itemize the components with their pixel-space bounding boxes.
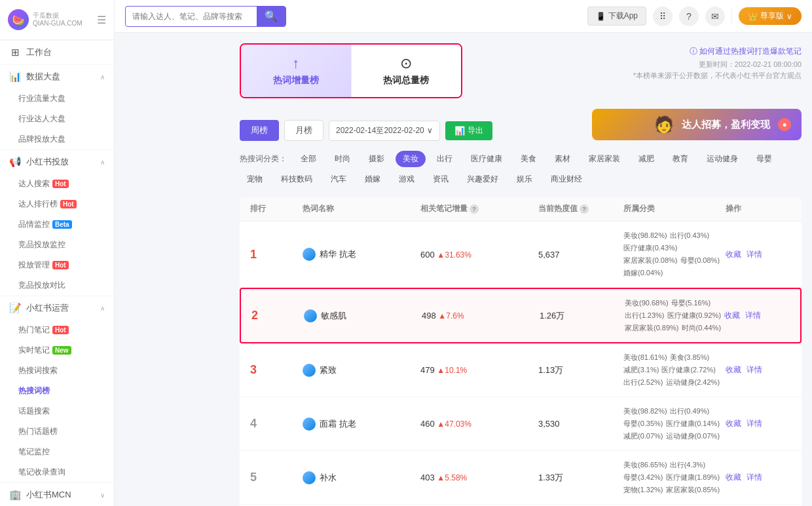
save-btn[interactable]: 收藏 [726,249,741,260]
sidebar-item-delivery[interactable]: 📢 小红书投放 ∧ [0,150,114,174]
increment-tip-icon[interactable]: ? [470,204,479,214]
sidebar-item-hot-topics[interactable]: 热门话题榜 [18,421,114,442]
detail-btn[interactable]: 详情 [747,249,762,260]
detail-btn[interactable]: 详情 [747,364,762,376]
cat-health[interactable]: 医疗健康 [464,151,509,167]
cat-diet[interactable]: 减肥 [631,151,661,167]
sidebar-item-mcn[interactable]: 🏢 小红书MCN ∨ [0,483,114,506]
sidebar-item-delivery-monitor[interactable]: 竞品投放监控 [18,235,114,255]
cat-tech[interactable]: 科技数码 [274,171,320,187]
sidebar-item-topic-search[interactable]: 话题搜索 [18,401,114,421]
sidebar-item-realtime-notes[interactable]: 实时笔记New [18,340,114,360]
keyword-cell: 面霜 抗老 [303,418,420,431]
hot-increment-card[interactable]: ↑ 热词增量榜 [241,45,351,97]
sidebar-item-hotsearch[interactable]: 热搜词搜索 [18,360,114,381]
sidebar: 🍉 千瓜数据 QIAN-GUA.COM ☰ ⊞ 工作台 📊 数据大盘 ∧ 行业流… [0,0,115,506]
inc-up-icon: ▲31.63% [437,250,471,260]
save-btn[interactable]: 收藏 [726,364,741,376]
save-btn[interactable]: 收藏 [726,418,741,429]
sidebar-workbench: ⊞ 工作台 [0,40,114,64]
sidebar-item-kol-rank[interactable]: 达人排行榜Hot [18,194,114,214]
weekly-tab[interactable]: 周榜 [240,120,279,141]
cat-finance[interactable]: 商业财经 [544,171,589,187]
sidebar-item-brand-monitor[interactable]: 品情监控Beta [18,214,114,235]
action-cell: 收藏 详情 [724,310,790,321]
sidebar-item-hot-notes[interactable]: 热门笔记Hot [18,320,114,340]
sidebar-item-note-monitor[interactable]: 笔记监控 [18,442,114,462]
info-tip[interactable]: ⓘ 如何通过热搜词打造爆款笔记 [633,46,802,57]
sidebar-item-workbench[interactable]: ⊞ 工作台 [0,41,114,64]
action-cell: 收藏 详情 [726,472,791,483]
detail-btn[interactable]: 详情 [747,472,762,483]
sidebar-item-industry-kol[interactable]: 行业达人大盘 [18,109,114,129]
hot-total-card[interactable]: ⊙ 热词总量榜 [351,45,462,97]
sidebar-item-kol-search[interactable]: 达人搜索Hot [18,174,114,194]
sidebar-item-industry-flow[interactable]: 行业流量大盘 [18,88,114,109]
mail-icon[interactable]: ✉ [705,7,725,26]
export-button[interactable]: 📊 导出 [445,121,492,140]
table-row: 1 精华 抗老 600 ▲31.63% 5,637 美妆(98.82%) 出行(… [240,222,802,288]
data-icon: 📊 [9,71,21,83]
banner-arrow-icon: ● [778,118,791,131]
col-action: 操作 [726,203,791,214]
increment-cell: 479 ▲10.1% [420,365,538,375]
increment-cell: 403 ▲5.58% [420,473,538,482]
sidebar-data-sub: 行业流量大盘 行业达人大盘 品牌投放大盘 [0,88,114,149]
date-range-select[interactable]: 2022-02-14至2022-02-20 ∨ [329,121,440,141]
download-app-button[interactable]: 📱 下载App [587,7,646,26]
cat-wedding[interactable]: 婚嫁 [358,171,388,187]
sidebar-item-delivery-mgmt[interactable]: 投放管理Hot [18,255,114,275]
info-note: *本榜单来源于公开数据，不代表小红书平台官方观点 [633,71,802,81]
sidebar-item-delivery-compare[interactable]: 竞品投放对比 [18,275,114,296]
cat-photo[interactable]: 摄影 [361,151,392,167]
cat-hobby[interactable]: 兴趣爱好 [460,171,506,187]
cat-fashion[interactable]: 时尚 [327,151,358,167]
excel-icon: 📊 [454,126,465,136]
sidebar-operation-section: 📝 小红书运营 ∧ 热门笔记Hot 实时笔记New 热搜词搜索 热搜词榜 话题搜… [0,296,114,482]
keyword-text: 紧致 [320,364,337,376]
detail-btn[interactable]: 详情 [747,418,762,429]
save-btn[interactable]: 收藏 [724,310,740,321]
logo-icon: 🍉 [8,9,29,30]
sidebar-item-hotsearch-rank[interactable]: 热搜词榜 [18,381,114,401]
cat-car[interactable]: 汽车 [323,171,354,187]
cat-game[interactable]: 游戏 [392,171,422,187]
cat-entertainment[interactable]: 娱乐 [509,171,540,187]
keyword-text: 敏感肌 [321,310,346,322]
keyword-icon-circle [303,364,316,377]
hamburger-icon[interactable]: ☰ [97,14,106,26]
category-filter: 热搜词分类： 全部 时尚 摄影 美妆 出行 医疗健康 美食 素材 家居家装 减肥… [240,151,802,187]
sidebar-item-data[interactable]: 📊 数据大盘 ∧ [0,65,114,88]
cat-news[interactable]: 资讯 [426,171,456,187]
cat-all[interactable]: 全部 [293,151,323,167]
sidebar-delivery-section: 📢 小红书投放 ∧ 达人搜索Hot 达人排行榜Hot 品情监控Beta 竞品投放… [0,149,114,296]
operation-icon: 📝 [9,302,21,314]
help-icon[interactable]: ? [679,7,699,26]
categories-cell: 美妆(98.82%) 出行(0.43%) 医疗健康(0.43%) 家居家装(0.… [623,231,726,278]
vip-button[interactable]: 👑 尊享版 ∨ [739,7,802,25]
search-input[interactable] [126,12,257,21]
sidebar-item-brand-delivery[interactable]: 品牌投放大盘 [18,129,114,149]
chevron-icon: ∧ [100,73,105,81]
sidebar-item-operation[interactable]: 📝 小红书运营 ∧ [0,296,114,320]
heat-value: 1.33万 [538,472,623,484]
heat-tip-icon[interactable]: ? [580,204,589,214]
keyword-cell: 敏感肌 [304,309,422,322]
update-time: 更新时间：2022-02-21 08:00:00 [633,60,802,69]
sidebar-item-note-query[interactable]: 笔记收录查询 [18,462,114,482]
monthly-tab[interactable]: 月榜 [284,120,323,141]
search-button[interactable]: 🔍 [257,6,286,27]
cat-food[interactable]: 美食 [513,151,544,167]
cat-pet[interactable]: 宠物 [240,171,270,187]
cat-edu[interactable]: 教育 [665,151,695,167]
recruitment-banner[interactable]: 🧑 达人招募，盈利变现 ● [592,109,802,140]
cat-beauty[interactable]: 美妆 [396,151,426,167]
cat-travel[interactable]: 出行 [430,151,460,167]
cat-material[interactable]: 素材 [547,151,578,167]
cat-baby[interactable]: 母婴 [749,151,779,167]
detail-btn[interactable]: 详情 [745,310,761,321]
save-btn[interactable]: 收藏 [726,472,741,483]
apps-icon[interactable]: ⠿ [653,7,673,26]
cat-fitness[interactable]: 运动健身 [699,151,745,167]
cat-home[interactable]: 家居家装 [581,151,627,167]
